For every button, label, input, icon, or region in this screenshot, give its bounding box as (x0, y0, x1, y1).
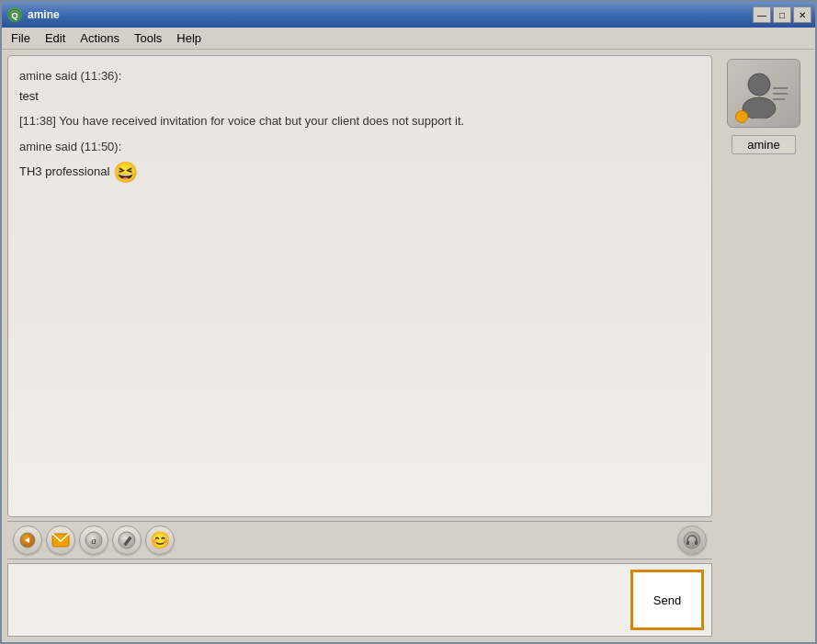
svg-text:Q: Q (11, 11, 17, 20)
send-button[interactable]: Send (630, 570, 704, 630)
input-area: Send (7, 563, 712, 637)
menubar: File Edit Actions Tools Help (2, 28, 815, 50)
chat-message-1: amine said (11:36): test (19, 67, 700, 105)
emoji-button[interactable]: 😊 (145, 525, 175, 555)
app-icon: Q (7, 7, 22, 22)
message-sender-1: amine said (11:36): (19, 69, 121, 83)
chat-message-2: [11:38] You have received invitation for… (19, 112, 700, 130)
window-controls: — □ ✕ (753, 6, 811, 23)
toolbar-area: a (7, 521, 712, 559)
contact-avatar (727, 59, 800, 128)
message-text-3: TH3 professional 😆 (19, 157, 700, 187)
contact-name: amine (732, 135, 795, 154)
message-text-1: test (19, 87, 700, 106)
right-panel: amine (718, 55, 810, 637)
titlebar-left: Q amine (7, 7, 60, 22)
message-input[interactable] (8, 564, 630, 636)
menu-edit[interactable]: Edit (38, 28, 73, 49)
system-message-1: [11:38] You have received invitation for… (19, 114, 464, 128)
message-emoji-3: 😆 (113, 161, 138, 184)
main-window: Q amine — □ ✕ File Edit Actions Tools He… (0, 0, 817, 644)
chat-message-3: amine said (11:50): TH3 professional 😆 (19, 138, 700, 188)
svg-point-7 (684, 532, 700, 548)
chat-area: amine said (11:36): test [11:38] You hav… (7, 55, 712, 637)
menu-file[interactable]: File (4, 28, 38, 49)
pen-button[interactable] (112, 525, 142, 555)
message-sender-3: amine said (11:50): (19, 140, 121, 153)
svg-rect-9 (695, 541, 698, 545)
menu-help[interactable]: Help (169, 28, 209, 49)
audio-button[interactable] (677, 525, 707, 555)
online-indicator (735, 110, 748, 123)
svg-text:a: a (91, 535, 96, 546)
main-content: amine said (11:36): test [11:38] You hav… (2, 50, 815, 642)
svg-rect-8 (687, 541, 689, 545)
back-button[interactable] (13, 525, 42, 555)
font-button[interactable]: a (79, 525, 108, 555)
maximize-button[interactable]: □ (773, 6, 791, 23)
minimize-button[interactable]: — (753, 6, 771, 23)
menu-tools[interactable]: Tools (127, 28, 169, 49)
window-title: amine (28, 8, 60, 21)
chat-log: amine said (11:36): test [11:38] You hav… (7, 55, 712, 517)
svg-point-10 (748, 73, 770, 96)
titlebar: Q amine — □ ✕ (2, 2, 815, 28)
menu-actions[interactable]: Actions (73, 28, 127, 49)
close-button[interactable]: ✕ (793, 6, 811, 23)
toolbar-buttons: a (13, 525, 175, 555)
email-button[interactable] (46, 525, 75, 555)
